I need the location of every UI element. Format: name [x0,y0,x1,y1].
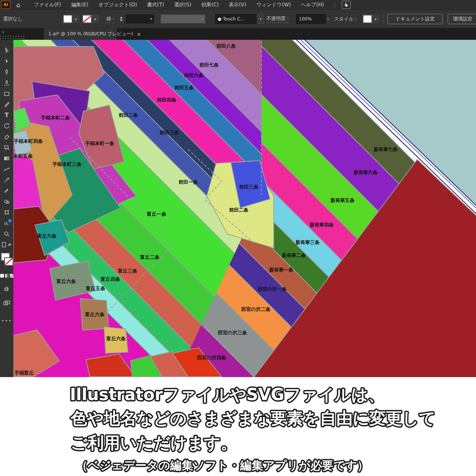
stroke-weight-stepper[interactable] [120,16,123,21]
artboard-tool-icon[interactable] [0,207,13,218]
caption-area: IllustratorファイルやSVGファイルは、色や地名などのさまざまな要素を… [0,377,476,476]
map-label: 前田三条 [239,184,258,190]
map-label: 新発寒六条 [353,170,378,175]
menu-type[interactable]: 書式(T) [147,1,164,8]
stepper-down-icon[interactable] [120,19,123,21]
map-label: 前田二条 [119,112,138,118]
edit-toolbar-icon[interactable] [0,239,13,250]
menu-effect[interactable]: 効果(C) [201,1,219,8]
chevron-down-icon: ▾ [150,17,152,21]
menu-file[interactable]: ファイル(F) [34,1,61,8]
caption-text: IllustratorファイルやSVGファイルは、色や地名などのさまざまな要素を… [0,377,476,476]
caption-line: ご利用いただけます。 [71,433,237,452]
map-label: 手稲本町一条 [85,141,114,146]
panel-collapse-chevron-icon[interactable]: » [2,29,4,35]
map-label: 前田八条 [216,43,236,49]
map-label: 西宮の沢二条 [241,306,270,312]
menu-window[interactable]: ウィンドウ(W) [256,1,291,8]
map-label: 新発寒七条 [373,147,398,152]
style-chevron-icon[interactable]: ▾ [372,15,379,23]
document-tab[interactable]: 1.ai* @ 100 % (RGB/CPU プレビュー) × [44,28,117,40]
fill-color-swatch[interactable] [63,15,72,23]
touch-workspace-icon[interactable] [342,1,351,9]
graph-tool-icon[interactable] [0,218,13,228]
menu-select[interactable]: 選択(S) [174,1,191,8]
map-label: 新発寒一条 [269,267,293,273]
paintbrush-tool-icon[interactable] [0,99,13,110]
pen-tool-icon[interactable] [0,67,13,77]
caption-line: IllustratorファイルやSVGファイルは、 [70,385,385,404]
fill-chevron-icon[interactable]: ▾ [73,15,79,23]
color-mode-buttons[interactable] [0,274,14,278]
screen-mode-icon[interactable] [0,298,13,308]
brush-chevron-icon[interactable]: ▾ [257,14,264,24]
gradient-chip[interactable] [5,274,9,278]
district-map[interactable]: 前田八条前田七条前田六条前田五条前田四条前田二条前田三条手稲本町二条手稲本町四条… [13,40,476,377]
map-label: 手稲本町二条 [41,115,70,120]
preferences-button[interactable]: 環境設定 [448,14,476,24]
map-label: 新発寒三条 [295,239,320,245]
stepper-up-icon[interactable] [120,16,123,18]
none-chip[interactable] [10,274,14,278]
style-swatch[interactable] [363,15,372,23]
map-label: 富丘六条 [85,312,104,317]
map-label: 手稲本町三条 [52,161,81,167]
document-tab-bar: » 1.ai* @ 100 % (RGB/CPU プレビュー) × [0,28,476,40]
gradient-tool-icon[interactable] [0,153,13,164]
menu-edit[interactable]: 編集(E) [71,1,88,8]
map-label: 前田四条 [157,97,176,103]
stroke-swatch-none[interactable] [4,258,13,266]
opacity-more-button[interactable]: › [324,15,332,23]
rotate-tool-icon[interactable] [0,120,13,131]
caption-line: 色や地名などのさまざまな要素を自由に変更して [70,409,435,428]
more-options-icon[interactable]: ••• [1,318,12,324]
eyedropper-tool-icon[interactable] [0,174,13,185]
document-canvas[interactable]: 前田八条前田七条前田六条前田五条前田四条前田二条前田三条手稲本町二条手稲本町四条… [13,40,476,377]
illustrator-logo: Ai [1,1,10,9]
chevron-down-icon: ▾ [202,17,203,21]
shape-builder-tool-icon[interactable] [0,196,13,207]
stroke-weight-label[interactable]: 線 : [106,15,115,23]
fill-stroke-indicator[interactable] [0,253,13,271]
map-label: 手稲富丘 [14,370,34,376]
map-label: 新発寒五条 [330,197,355,203]
map-label: 富丘一条 [147,211,166,217]
map-label: 西宮の沢一条 [257,286,287,292]
zoom-tool-icon[interactable] [0,228,13,239]
style-label: スタイル : [334,16,357,22]
speech-bubble-arrow-icon[interactable] [0,142,13,153]
opacity-label[interactable]: 不透明度 : [266,15,289,23]
opacity-input[interactable]: 100% [296,14,326,24]
stroke-chevron-icon[interactable]: ▾ [92,15,99,23]
map-label: 西宮の沢四条 [197,355,226,360]
menu-object[interactable]: オブジェクト(O) [98,1,137,8]
color-chip[interactable] [0,274,4,278]
width-tool-icon[interactable] [0,164,13,174]
brush-dropdown[interactable]: ● Touch C... [215,14,260,24]
type-tool-icon[interactable]: T [0,110,13,120]
eraser-tool-icon[interactable] [0,131,13,142]
stroke-color-swatch[interactable] [83,15,91,23]
curvature-tool-icon[interactable] [0,77,13,88]
menu-help[interactable]: ヘルプ(H) [301,1,324,8]
selection-status: 選択なし [3,16,23,22]
caption-line: （ベジェデータの編集ソフト・編集アプリが必要です） [76,459,369,472]
dock-texture [0,38,25,39]
stroke-weight-dropdown[interactable]: ▾ [126,15,154,23]
tab-close-icon[interactable]: × [136,31,141,37]
document-setup-button[interactable]: ドキュメント設定 [387,14,443,24]
blend-tool-icon[interactable] [0,185,13,196]
selection-tool-icon[interactable] [0,45,13,56]
map-label: 手稲本町四条 [13,138,43,144]
map-label: 富丘二条 [140,254,160,260]
draw-mode-icon[interactable] [0,283,13,294]
rectangle-tool-icon[interactable] [0,88,13,99]
document-tab-title: 1.ai* @ 100 % (RGB/CPU プレビュー) [48,31,133,37]
map-label: 西宮の沢三条 [218,330,247,335]
map-label: 前田六条 [184,73,203,78]
home-icon[interactable]: ⌂ [16,1,20,9]
map-label: 新発寒二条 [282,253,306,258]
map-label: 富丘四条 [100,276,120,282]
menu-view[interactable]: 表示(V) [229,1,246,8]
direct-selection-tool-icon[interactable] [0,56,13,67]
